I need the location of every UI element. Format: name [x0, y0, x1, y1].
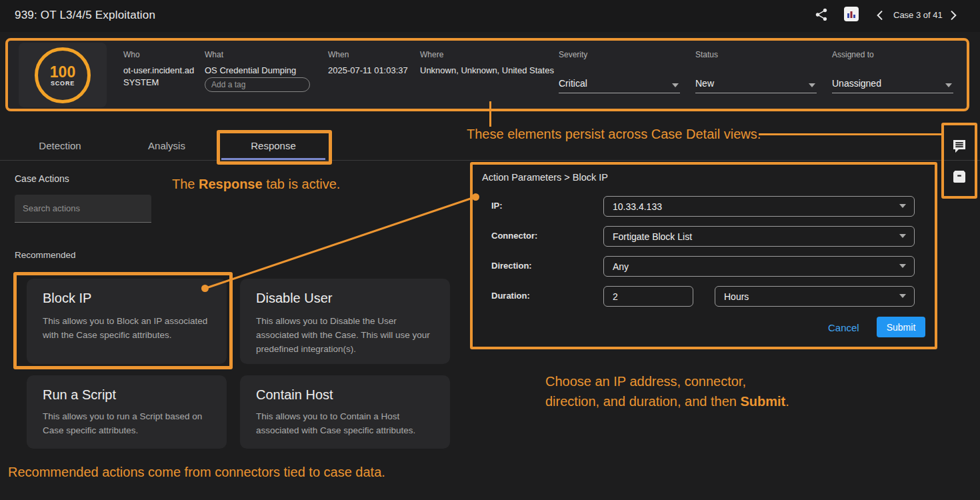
- duration-unit-select[interactable]: Hours: [715, 286, 915, 307]
- action-card-description: This allows you to Block an IP associate…: [43, 315, 211, 343]
- comments-button[interactable]: [951, 139, 967, 155]
- response-active-annotation-text: The Response tab is active.: [172, 177, 340, 192]
- score-label: SCORE: [51, 80, 75, 87]
- direction-label: Direction:: [491, 261, 532, 271]
- search-actions-input[interactable]: [15, 195, 151, 223]
- case-report-button[interactable]: [843, 6, 860, 23]
- next-case-button[interactable]: [945, 8, 961, 24]
- recommended-section-label: Recommended: [15, 250, 76, 260]
- action-card-title: Disable User: [256, 291, 332, 306]
- share-icon: [814, 7, 829, 24]
- action-card-title: Block IP: [43, 291, 91, 306]
- chevron-down-icon: [899, 234, 906, 238]
- severity-label: Severity: [559, 50, 587, 59]
- severity-value: Critical: [559, 78, 587, 89]
- choose-annotation-text: Choose an IP address, connector,directio…: [545, 371, 789, 411]
- annotation-dot: [201, 285, 209, 292]
- score-value: 100: [50, 64, 75, 80]
- assigned-to-select[interactable]: Unassigned: [832, 71, 953, 93]
- tabs-divider: [0, 160, 980, 161]
- archive-icon: [951, 169, 967, 187]
- action-card-disable-user[interactable]: Disable User This allows you to Disable …: [240, 279, 450, 364]
- connector-value: Fortigate Block List: [613, 231, 692, 242]
- status-label: Status: [695, 50, 718, 59]
- tab-analysis[interactable]: Analysis: [113, 132, 220, 159]
- bar-chart-icon: [843, 6, 859, 24]
- action-parameters-panel: Action Parameters > Block IP IP: 10.33.4…: [473, 165, 935, 347]
- ip-value: 10.33.4.133: [613, 201, 662, 212]
- block-ip-annotation-leader-diagonal: [205, 196, 477, 289]
- case-actions-title: Case Actions: [15, 173, 69, 184]
- score-tile: 100 SCORE: [19, 43, 107, 107]
- submit-button[interactable]: Submit: [877, 317, 925, 337]
- chevron-down-icon: [899, 264, 906, 268]
- action-card-description: This allows you to to Contain a Host ass…: [256, 410, 434, 438]
- assigned-to-value: Unassigned: [832, 78, 881, 89]
- when-value: 2025-07-11 01:03:37: [328, 65, 408, 75]
- tab-response[interactable]: Response: [220, 132, 327, 159]
- direction-select[interactable]: Any: [603, 256, 915, 277]
- who-value-system: SYSTEM: [123, 77, 159, 87]
- action-card-description: This allows you to Disable the User asso…: [256, 315, 434, 357]
- action-card-block-ip[interactable]: Block IP This allows you to Block an IP …: [27, 279, 227, 364]
- what-label: What: [205, 50, 223, 59]
- direction-value: Any: [613, 261, 629, 272]
- archive-button[interactable]: [951, 170, 967, 186]
- chevron-down-icon: [945, 83, 952, 87]
- case-header-annotation-box: 100 SCORE Who ot-user.incident.ad SYSTEM…: [5, 38, 969, 111]
- case-counter: Case 3 of 41: [893, 10, 943, 20]
- chevron-left-icon: [873, 9, 887, 24]
- where-value: Unknown, Unknown, United States: [420, 65, 554, 75]
- score-ring: 100 SCORE: [35, 47, 91, 103]
- status-value: New: [695, 78, 714, 89]
- cancel-button[interactable]: Cancel: [828, 322, 859, 333]
- page-title: 939: OT L3/4/5 Exploitation: [15, 9, 155, 22]
- duration-label: Duration:: [491, 291, 530, 301]
- comment-icon: [951, 138, 967, 157]
- ip-select[interactable]: 10.33.4.133: [603, 196, 915, 217]
- action-card-title: Run a Script: [43, 387, 116, 403]
- tab-detection[interactable]: Detection: [7, 132, 113, 159]
- action-card-title: Contain Host: [256, 387, 333, 403]
- previous-case-button[interactable]: [872, 8, 888, 24]
- ip-label: IP:: [491, 201, 503, 211]
- when-label: When: [328, 50, 349, 59]
- action-card-description: This allows you to run a Script based on…: [43, 410, 211, 438]
- assigned-to-label: Assigned to: [832, 50, 874, 59]
- duration-value-input[interactable]: [603, 286, 693, 307]
- where-label: Where: [420, 50, 443, 59]
- who-value-user: ot-user.incident.ad: [123, 65, 194, 75]
- chevron-down-icon: [672, 83, 679, 87]
- severity-select[interactable]: Critical: [559, 71, 680, 93]
- connector-label: Connector:: [491, 231, 537, 241]
- persist-annotation-text: These elements persist across Case Detai…: [467, 127, 761, 142]
- duration-unit-value: Hours: [724, 291, 749, 302]
- what-value: OS Credential Dumping: [205, 65, 296, 75]
- chevron-right-icon: [947, 9, 960, 24]
- add-tag-input[interactable]: [205, 77, 310, 92]
- chevron-down-icon: [899, 294, 906, 298]
- action-card-run-script[interactable]: Run a Script This allows you to run a Sc…: [27, 375, 227, 449]
- share-button[interactable]: [813, 7, 830, 24]
- annotation-dot: [472, 193, 479, 201]
- persist-annotation-leader-vertical: [489, 101, 491, 127]
- chevron-down-icon: [809, 83, 815, 87]
- status-select[interactable]: New: [695, 71, 817, 93]
- action-card-contain-host[interactable]: Contain Host This allows you to to Conta…: [240, 375, 450, 449]
- chevron-down-icon: [899, 204, 906, 208]
- recommended-annotation-text: Recommended actions come from connectors…: [8, 465, 385, 480]
- case-detail-screen: 939: OT L3/4/5 Exploitation Case 3 of 41…: [0, 0, 980, 500]
- breadcrumb: Action Parameters > Block IP: [482, 172, 608, 183]
- who-label: Who: [123, 50, 140, 59]
- persist-annotation-leader-horizontal: [759, 133, 943, 135]
- connector-select[interactable]: Fortigate Block List: [603, 226, 915, 247]
